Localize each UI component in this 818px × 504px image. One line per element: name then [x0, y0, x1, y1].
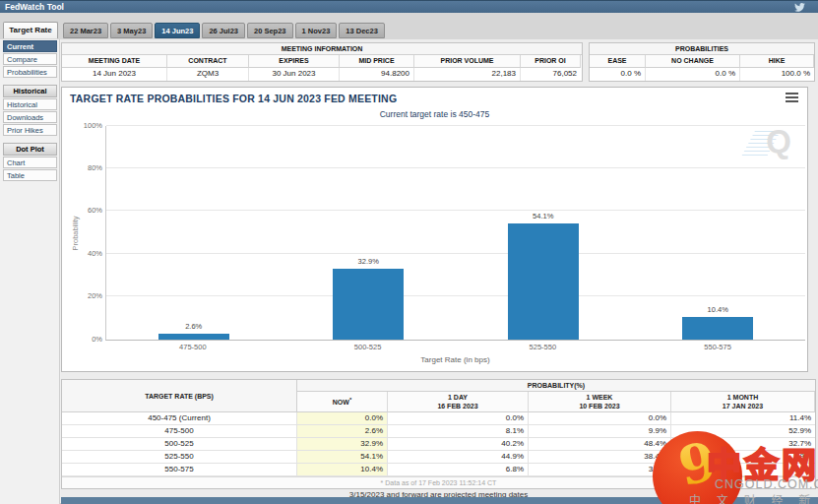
meeting-information-table: MEETING INFORMATION MEETING DATE CONTRAC…	[61, 42, 583, 82]
sidebar-item-probabilities[interactable]: Probabilities	[3, 66, 57, 78]
table-row-rate: 550-575	[62, 464, 297, 476]
sidebar-item-prior-hikes[interactable]: Prior Hikes	[3, 124, 57, 136]
app-title-bar: FedWatch Tool	[0, 0, 818, 13]
tab-meeting-date[interactable]: 20 Sep23	[247, 23, 293, 38]
sidebar-item-downloads[interactable]: Downloads	[3, 111, 57, 123]
meeting-date-value: 14 Jun 2023	[62, 68, 167, 81]
column-header-now: NOW*	[297, 392, 388, 412]
twitter-icon[interactable]	[794, 3, 805, 12]
y-axis-tick: 20%	[69, 291, 102, 300]
prior-oi-value: 76,052	[521, 68, 581, 81]
bar-value-label: 10.4%	[708, 305, 728, 314]
column-header: PRIOR OI	[521, 55, 581, 68]
table-cell: 11.4%	[671, 412, 815, 425]
sidebar-header-dot-plot: Dot Plot	[3, 143, 57, 156]
bottom-frame-bar	[61, 497, 818, 504]
table-cell: 6.8%	[388, 464, 529, 476]
y-axis-tick: 100%	[69, 121, 102, 130]
table-cell: 0.0%	[388, 412, 529, 425]
table-cell: 2.6%	[297, 425, 388, 438]
sidebar-item-table[interactable]: Table	[3, 169, 57, 181]
sidebar-item-chart[interactable]: Chart	[3, 157, 57, 168]
bar-475-500	[158, 334, 229, 340]
y-axis-tick: 0%	[69, 335, 102, 344]
table-cell: 48.4%	[529, 438, 671, 451]
probabilities-title: PROBABILITIES	[590, 43, 814, 55]
table-cell: 32.7%	[671, 438, 815, 451]
sidebar-header-historical: Historical	[3, 85, 57, 97]
tab-strip: Target Rate 22 Mar23 3 May23 14 Jun23 26…	[0, 13, 818, 39]
probabilities-summary-table: PROBABILITIES EASE NO CHANGE HIKE 0.0 % …	[589, 42, 815, 82]
column-header: NO CHANGE	[646, 55, 740, 68]
table-cell: 3.4%	[529, 464, 671, 476]
table-cell: 8.1%	[388, 425, 529, 438]
sidebar-item-compare[interactable]: Compare	[3, 53, 57, 65]
tab-target-rate[interactable]: Target Rate	[3, 22, 58, 38]
contract-value: ZQM3	[167, 68, 249, 81]
column-header: MEETING DATE	[62, 55, 167, 68]
column-header-1day: 1 DAY16 FEB 2023	[388, 392, 529, 412]
bar-value-label: 54.1%	[533, 212, 553, 220]
column-header: EASE	[590, 55, 646, 68]
table-row-rate: 500-525	[62, 438, 297, 451]
column-header: MID PRICE	[340, 55, 414, 68]
chart-subtitle: Current target rate is 450-475	[62, 109, 807, 119]
sidebar-item-historical[interactable]: Historical	[3, 98, 57, 110]
app-title: FedWatch Tool	[5, 2, 64, 12]
column-header: CONTRACT	[167, 55, 249, 68]
column-header-1week: 1 WEEK10 FEB 2023	[529, 392, 671, 412]
meeting-information-title: MEETING INFORMATION	[62, 43, 582, 55]
tab-meeting-date[interactable]: 26 Jul23	[202, 23, 245, 38]
table-cell: 52.9%	[671, 425, 815, 438]
hike-value: 100.0 %	[740, 68, 814, 81]
column-header: PRIOR VOLUME	[414, 55, 521, 68]
chart-title: TARGET RATE PROBABILITIES FOR 14 JUN 202…	[70, 93, 397, 104]
x-axis-tick-labels: 475-500 500-525 525-550 550-575	[105, 343, 805, 351]
sidebar: Current Compare Probabilities Historical…	[0, 39, 60, 504]
column-header-1month: 1 MONTH17 JAN 2023	[671, 392, 815, 412]
table-row-rate: 450-475 (Current)	[62, 412, 297, 425]
ease-value: 0.0 %	[590, 68, 646, 81]
meeting-date-tabs: 22 Mar23 3 May23 14 Jun23 26 Jul23 20 Se…	[63, 23, 385, 38]
table-cell: 40.2%	[388, 438, 529, 451]
column-header: EXPIRES	[249, 55, 340, 68]
tab-meeting-date[interactable]: 22 Mar23	[63, 23, 108, 38]
table-cell: 0.1%	[671, 464, 815, 476]
no-change-value: 0.0 %	[646, 68, 740, 81]
tab-meeting-date-selected[interactable]: 14 Jun23	[155, 23, 200, 38]
tab-meeting-date[interactable]: 3 May23	[110, 23, 153, 38]
table-cell: 2.9%	[671, 451, 815, 464]
tab-meeting-date[interactable]: 13 Dec23	[339, 23, 385, 38]
target-rate-header: TARGET RATE (BPS)	[62, 380, 297, 412]
bar-value-label: 2.6%	[185, 322, 202, 331]
table-cell: 54.1%	[297, 451, 388, 464]
bar-value-label: 32.9%	[358, 257, 379, 266]
column-header: HIKE	[740, 55, 814, 68]
expires-value: 30 Jun 2023	[249, 68, 340, 81]
main-content: MEETING INFORMATION MEETING DATE CONTRAC…	[61, 39, 818, 504]
data-as-of-note: * Data as of 17 Feb 2023 11:52:14 CT	[62, 476, 815, 488]
table-cell: 32.9%	[297, 438, 388, 451]
table-cell: 44.9%	[388, 451, 529, 464]
prior-volume-value: 22,183	[414, 68, 521, 81]
y-axis-tick: 60%	[69, 206, 102, 215]
x-axis-title: Target Rate (in bps)	[105, 355, 805, 364]
table-row-rate: 475-500	[62, 425, 297, 438]
table-row-rate: 525-550	[62, 451, 297, 464]
table-cell: 0.0%	[297, 412, 388, 425]
table-cell: 10.4%	[297, 464, 388, 476]
table-cell: 0.0%	[529, 412, 671, 425]
chart-menu-icon[interactable]	[786, 93, 798, 104]
bar-chart-plot-area: 0% 20% 40% 60% 80% 100% Probability 2.6%…	[105, 126, 805, 341]
chart-panel: TARGET RATE PROBABILITIES FOR 14 JUN 202…	[61, 87, 808, 372]
table-cell: 38.4%	[529, 451, 671, 464]
probability-group-header: PROBABILITY(%)	[297, 380, 815, 392]
sidebar-item-current[interactable]: Current	[3, 40, 57, 52]
table-cell: 9.9%	[529, 425, 671, 438]
probability-history-table: TARGET RATE (BPS) PROBABILITY(%) NOW* 1 …	[61, 379, 816, 489]
tab-meeting-date[interactable]: 1 Nov23	[295, 23, 338, 38]
y-axis-label: Probability	[71, 216, 80, 250]
mid-price-value: 94.8200	[340, 68, 414, 81]
bar-525-550	[508, 223, 579, 340]
bar-500-525	[333, 269, 404, 340]
